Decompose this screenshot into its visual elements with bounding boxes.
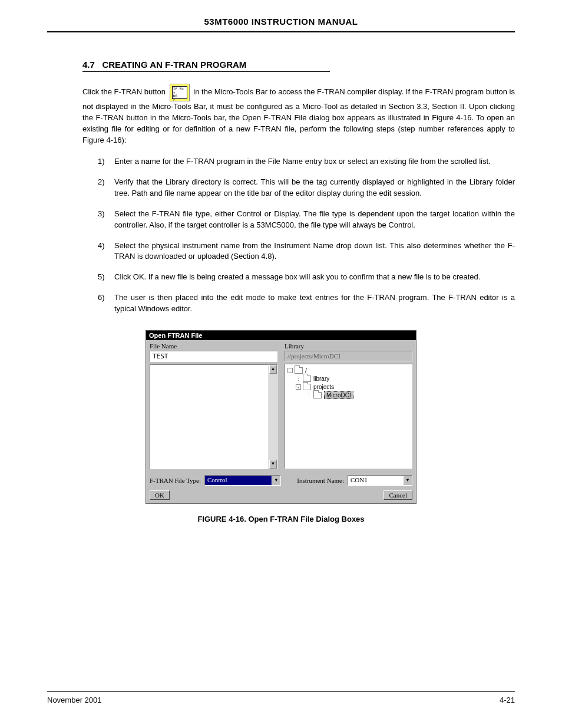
collapse-icon[interactable]: - <box>296 384 301 390</box>
figure-caption: FIGURE 4-16. Open F-TRAN File Dialog Box… <box>146 515 416 523</box>
scroll-down-icon[interactable]: ▼ <box>269 460 277 469</box>
library-label: Library <box>285 342 412 350</box>
step-text: Enter a name for the F-TRAN program in t… <box>114 157 491 166</box>
footer-date: November 2001 <box>47 696 102 704</box>
filename-value: TEST <box>153 353 168 360</box>
folder-icon <box>295 367 303 374</box>
filetype-combo[interactable]: Control ▼ <box>204 475 281 486</box>
open-ftran-dialog: Open FTRAN File File Name TEST ▲ ▼ <box>146 330 416 504</box>
step-text: Click OK. If a new file is being created… <box>114 272 480 281</box>
step-item: Enter a name for the F-TRAN program in t… <box>98 156 515 167</box>
tree-row-item[interactable]: - projects <box>287 383 409 391</box>
library-path-text: //projects/MicroDCI <box>287 353 340 360</box>
filename-input[interactable]: TEST <box>150 351 277 362</box>
step-item: Verify that the Library directory is cor… <box>98 177 515 199</box>
ok-button[interactable]: OK <box>150 490 170 500</box>
step-text: Verify that the Library directory is cor… <box>114 177 515 197</box>
filename-label: File Name <box>150 342 277 350</box>
tree-branch-icon: ⋮ <box>306 393 312 398</box>
instrument-value: CON1 <box>348 476 403 485</box>
scroll-up-icon[interactable]: ▲ <box>269 365 277 374</box>
folder-icon <box>303 375 311 382</box>
tree-root-label: / <box>305 367 307 374</box>
footer-page-number: 4-21 <box>500 696 515 704</box>
cancel-button[interactable]: Cancel <box>384 490 412 500</box>
library-path-display: //projects/MicroDCI <box>285 351 412 361</box>
instrument-label: Instrument Name: <box>297 477 344 484</box>
ftran-icon-text: IF E= < DO > <box>172 86 187 99</box>
page-header: 53MT6000 INSTRUCTION MANUAL <box>47 17 515 32</box>
dialog-titlebar: Open FTRAN File <box>146 331 416 340</box>
step-text: The user is then placed into the edit mo… <box>114 293 515 313</box>
tree-item-label: projects <box>313 384 334 390</box>
intro-before-icon: Click the F-TRAN button <box>82 87 168 96</box>
library-tree[interactable]: - / ⋮ library - projects <box>285 364 412 469</box>
section-title-text: CREATING AN F-TRAN PROGRAM <box>102 60 246 70</box>
tree-selected-label: MicroDCI <box>324 391 353 399</box>
step-item: Select the physical instrument name from… <box>98 241 515 263</box>
file-listbox[interactable] <box>150 364 269 469</box>
collapse-icon[interactable]: - <box>287 368 293 373</box>
dropdown-arrow-icon[interactable]: ▼ <box>403 476 412 485</box>
instrument-combo[interactable]: CON1 ▼ <box>348 475 412 486</box>
section-heading: 4.7 CREATING AN F-TRAN PROGRAM <box>82 60 330 72</box>
dropdown-arrow-icon[interactable]: ▼ <box>272 476 280 485</box>
section-number: 4.7 <box>82 60 95 70</box>
step-text: Select the F-TRAN file type, either Cont… <box>114 209 515 229</box>
step-text: Select the physical instrument name from… <box>114 241 515 261</box>
step-item: Select the F-TRAN file type, either Cont… <box>98 209 515 231</box>
header-title: 53MT6000 INSTRUCTION MANUAL <box>204 17 358 27</box>
filetype-label: F-TRAN File Type: <box>150 477 201 484</box>
figure-container: Open FTRAN File File Name TEST ▲ ▼ <box>146 330 416 523</box>
folder-icon <box>313 392 322 398</box>
tree-row-selected[interactable]: ⋮ MicroDCI <box>287 391 409 400</box>
step-list: Enter a name for the F-TRAN program in t… <box>98 156 515 314</box>
tree-item-label: library <box>313 375 329 382</box>
folder-icon <box>303 384 311 390</box>
step-item: The user is then placed into the edit mo… <box>98 292 515 315</box>
step-item: Click OK. If a new file is being created… <box>98 272 515 283</box>
file-list-scrollbar[interactable]: ▲ ▼ <box>269 364 277 469</box>
tree-branch-icon: ⋮ <box>296 376 301 382</box>
dialog-title-text: Open FTRAN File <box>149 332 202 339</box>
intro-paragraph: Click the F-TRAN button IF E= < DO > in … <box>82 84 515 146</box>
filetype-value: Control <box>205 476 272 485</box>
ftran-icon: IF E= < DO > <box>170 84 190 101</box>
page-footer: November 2001 4-21 <box>47 691 515 704</box>
